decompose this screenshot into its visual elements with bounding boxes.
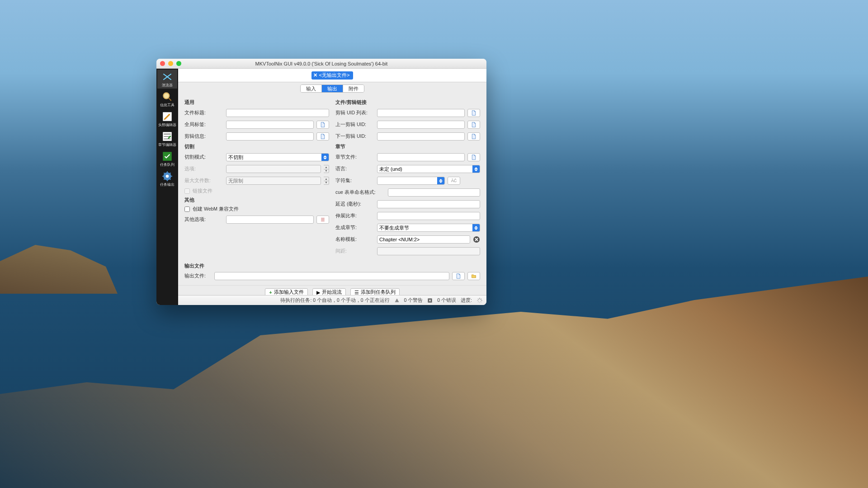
magnifier-icon	[161, 91, 173, 103]
error-icon	[427, 298, 433, 303]
sidebar-item-info[interactable]: 信息工具	[157, 89, 177, 108]
recent-output-button[interactable]	[467, 272, 480, 280]
add-to-queue-button[interactable]: ☰ 添加到任务队列	[350, 288, 400, 296]
webm-label: 创建 WebM 兼容文件	[193, 206, 239, 212]
name-template-label: 名称模板:	[335, 236, 374, 243]
sidebar-item-chapter-editor[interactable]: 章节编辑器	[157, 129, 177, 148]
clear-template-button[interactable]	[473, 236, 480, 243]
segment-info-input[interactable]	[226, 132, 314, 141]
file-title-label: 文件标题:	[184, 110, 223, 116]
name-template-input[interactable]	[377, 235, 470, 244]
max-files-input	[226, 177, 321, 185]
split-mode-select[interactable]: 不切割	[226, 153, 329, 161]
cue-name-label: cue 表单命名格式:	[335, 189, 385, 196]
browse-segment-info-button[interactable]	[316, 132, 329, 141]
file-icon	[456, 273, 461, 279]
file-title-input[interactable]	[226, 109, 329, 117]
seg-uid-label: 剪辑 UID 列表:	[335, 110, 374, 116]
desktop-wallpaper-rocks-left	[0, 239, 118, 294]
queue-icon: ☰	[354, 290, 359, 295]
status-errors: 0 个错误	[437, 297, 456, 304]
chapter-interval-label: 间距:	[335, 248, 374, 254]
group-general-title: 通用	[184, 99, 329, 106]
clear-icon	[473, 236, 480, 243]
chapter-file-label: 章节文件:	[335, 154, 374, 160]
webm-checkbox[interactable]	[184, 206, 190, 212]
prev-uid-input[interactable]	[377, 121, 465, 129]
merge-icon	[161, 71, 173, 83]
file-icon	[471, 155, 476, 160]
add-source-button[interactable]: + 添加输入文件	[265, 288, 307, 296]
other-options-input[interactable]	[226, 216, 314, 224]
output-file-input[interactable]	[214, 272, 449, 280]
file-icon	[320, 134, 326, 139]
tab-input[interactable]: 输入	[301, 85, 321, 92]
sidebar-label: 信息工具	[160, 103, 175, 107]
status-progress-label: 进度:	[461, 297, 472, 304]
global-tags-label: 全局标签:	[184, 122, 223, 128]
svg-point-0	[163, 93, 169, 99]
group-split-title: 切割	[184, 144, 329, 150]
chapter-lang-label: 语言:	[335, 166, 374, 172]
generate-chapters-label: 生成章节:	[335, 225, 374, 231]
chapter-stretch-input[interactable]	[377, 212, 480, 220]
chapter-interval-input	[377, 247, 480, 255]
sidebar-item-header-editor[interactable]: 头部编辑器	[157, 109, 177, 128]
chapter-lang-select[interactable]: 未定 (und)	[377, 165, 480, 173]
folder-icon	[471, 273, 476, 279]
browse-global-tags-button[interactable]	[316, 121, 329, 129]
file-icon	[471, 122, 476, 127]
action-bar: + 添加输入文件 ▶ 开始混流 ☰ 添加到任务队列	[178, 285, 486, 295]
sidebar-label: 头部编辑器	[158, 123, 176, 127]
chapter-edit-icon	[161, 131, 173, 142]
group-output-file-title: 输出文件	[184, 263, 480, 269]
link-files-checkbox	[184, 188, 190, 194]
other-options-label: 其他选项:	[184, 216, 223, 223]
checklist-icon	[161, 150, 173, 162]
browse-prev-uid-button[interactable]	[467, 121, 480, 129]
chapter-file-input[interactable]	[377, 153, 465, 161]
chapter-charset-select[interactable]	[377, 177, 445, 185]
browse-next-uid-button[interactable]	[467, 132, 480, 141]
prev-uid-label: 上一剪辑 UID:	[335, 122, 374, 128]
app-window: MKVToolNix GUI v49.0.0 ('Sick Of Losing …	[156, 59, 486, 305]
other-options-edit-button[interactable]	[316, 216, 329, 224]
group-misc-title: 其他	[184, 197, 329, 203]
output-file-chip[interactable]: ✕ <无输出文件>	[311, 71, 354, 80]
browse-output-file-button[interactable]	[452, 272, 465, 280]
browse-seg-uid-button[interactable]	[467, 109, 480, 117]
cue-name-input[interactable]	[388, 188, 480, 197]
global-tags-input[interactable]	[226, 121, 314, 129]
chapter-stretch-label: 伸展比率:	[335, 213, 374, 219]
list-icon	[320, 217, 326, 222]
charset-preview-button[interactable]: ÃĈ	[448, 177, 460, 185]
max-files-label: 最大文件数:	[184, 178, 223, 184]
chapter-delay-input[interactable]	[377, 200, 480, 208]
tab-output[interactable]: 输出	[321, 85, 343, 92]
sidebar-item-muxer[interactable]: 混流器	[157, 70, 177, 89]
tool-sidebar: 混流器 信息工具 头部编辑器 章节编辑器 任务队列 任务输出	[156, 69, 178, 305]
tab-attachments[interactable]: 附件	[343, 85, 364, 92]
browse-chapter-file-button[interactable]	[467, 153, 480, 161]
start-mux-button[interactable]: ▶ 开始混流	[312, 288, 346, 296]
file-icon	[471, 134, 476, 139]
sidebar-label: 任务输出	[160, 183, 175, 187]
sidebar-item-job-queue[interactable]: 任务队列	[157, 149, 177, 168]
sidebar-item-job-output[interactable]: 任务输出	[157, 169, 177, 188]
window-title: MKVToolNix GUI v49.0.0 ('Sick Of Losing …	[156, 61, 486, 66]
file-icon	[320, 122, 326, 127]
next-uid-input[interactable]	[377, 132, 465, 141]
segment-info-label: 剪辑信息:	[184, 133, 223, 140]
group-chapters-title: 章节	[335, 144, 480, 150]
sidebar-label: 任务队列	[160, 163, 175, 167]
titlebar: MKVToolNix GUI v49.0.0 ('Sick Of Losing …	[156, 59, 486, 69]
sidebar-label: 章节编辑器	[158, 143, 176, 147]
split-option-stepper: ▲▼	[324, 165, 329, 173]
sidebar-label: 混流器	[162, 84, 173, 87]
close-icon[interactable]: ✕	[313, 72, 317, 78]
file-icon	[471, 110, 476, 116]
page-tabs: 输入 输出 附件	[178, 82, 486, 95]
generate-chapters-select[interactable]: 不要生成章节	[377, 224, 480, 232]
svg-point-5	[166, 175, 169, 178]
seg-uid-input[interactable]	[377, 109, 465, 117]
